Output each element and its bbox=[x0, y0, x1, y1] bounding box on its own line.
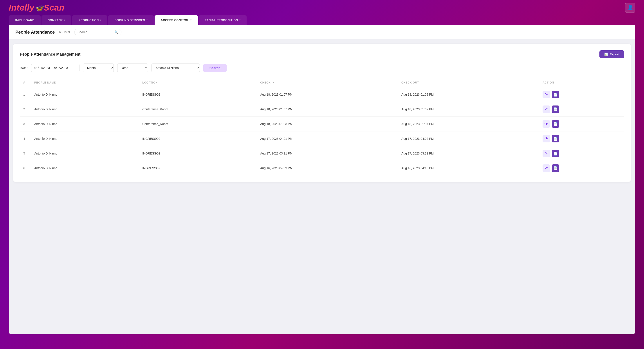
view-button[interactable]: 👁 bbox=[542, 135, 550, 142]
nav-label-dashboard: DASHBOARD bbox=[15, 19, 34, 22]
cell-action: 👁 📄 bbox=[539, 117, 624, 131]
export-label: Export bbox=[610, 53, 620, 56]
document-button[interactable]: 📄 bbox=[552, 106, 559, 113]
search-icon: 🔍 bbox=[114, 30, 118, 34]
document-icon: 📄 bbox=[553, 122, 558, 126]
cell-num: 2 bbox=[20, 102, 31, 117]
cell-checkout: Aug 17, 2023 04:02 PM bbox=[398, 131, 539, 146]
export-button[interactable]: 📊 Export bbox=[600, 50, 624, 58]
table-row: 4 Antonio Di Ninno INGRESSO2 Aug 17, 202… bbox=[20, 131, 624, 146]
action-buttons: 👁 📄 bbox=[542, 120, 621, 128]
table-row: 1 Antonio Di Ninno INGRESSO2 Aug 18, 202… bbox=[20, 87, 624, 102]
cell-location: INGRESSO2 bbox=[139, 161, 257, 176]
view-button[interactable]: 👁 bbox=[542, 120, 550, 128]
date-range-input[interactable] bbox=[31, 64, 80, 72]
header-search-input[interactable] bbox=[78, 30, 113, 34]
search-button[interactable]: Search bbox=[203, 64, 226, 72]
cell-action: 👁 📄 bbox=[539, 131, 624, 146]
nav-item-production[interactable]: PRODUCTION ▾ bbox=[72, 15, 107, 25]
month-select[interactable]: Month January February March April May J… bbox=[83, 64, 114, 72]
col-header-num: # bbox=[20, 79, 31, 87]
table-header-row: # PEOPLE NAME LOCATION CHECK IN CHECK OU… bbox=[20, 79, 624, 87]
cell-name: Antonio Di Ninno bbox=[31, 161, 139, 176]
chevron-down-icon: ▾ bbox=[190, 19, 192, 21]
attendance-table: # PEOPLE NAME LOCATION CHECK IN CHECK OU… bbox=[20, 79, 624, 175]
view-button[interactable]: 👁 bbox=[542, 150, 550, 157]
cell-action: 👁 📄 bbox=[539, 87, 624, 102]
cell-name: Antonio Di Ninno bbox=[31, 146, 139, 161]
cell-checkin: Aug 17, 2023 04:01 PM bbox=[257, 131, 398, 146]
table-head: # PEOPLE NAME LOCATION CHECK IN CHECK OU… bbox=[20, 79, 624, 87]
cell-location: INGRESSO2 bbox=[139, 131, 257, 146]
nav-item-company[interactable]: COMPANY ▾ bbox=[42, 15, 71, 25]
view-button[interactable]: 👁 bbox=[542, 91, 550, 98]
eye-icon: 👁 bbox=[544, 166, 548, 170]
card-title: People Attendance Management bbox=[20, 52, 80, 57]
cell-name: Antonio Di Ninno bbox=[31, 131, 139, 146]
document-icon: 📄 bbox=[553, 107, 558, 111]
attendance-card: People Attendance Management 📊 Export Da… bbox=[13, 44, 631, 182]
nav-item-booking-services[interactable]: BOOKING SERVICES ▾ bbox=[108, 15, 154, 25]
butterfly-icon: 🦋 bbox=[35, 5, 43, 12]
action-buttons: 👁 📄 bbox=[542, 164, 621, 172]
document-icon: 📄 bbox=[553, 166, 558, 170]
view-button[interactable]: 👁 bbox=[542, 106, 550, 113]
cell-action: 👁 📄 bbox=[539, 146, 624, 161]
col-header-action: ACTION bbox=[539, 79, 624, 87]
document-button[interactable]: 📄 bbox=[552, 91, 559, 98]
main-content: People Attendance 68 Total 🔍 People Atte… bbox=[9, 25, 635, 334]
document-button[interactable]: 📄 bbox=[552, 135, 559, 142]
chevron-down-icon: ▾ bbox=[100, 19, 102, 21]
cell-checkin: Aug 17, 2023 03:21 PM bbox=[257, 146, 398, 161]
cell-num: 6 bbox=[20, 161, 31, 176]
cell-num: 4 bbox=[20, 131, 31, 146]
document-button[interactable]: 📄 bbox=[552, 120, 559, 128]
year-select[interactable]: Year 2023 2022 2021 2020 bbox=[117, 64, 148, 72]
cell-location: INGRESSO2 bbox=[139, 146, 257, 161]
main-nav: DASHBOARD COMPANY ▾ PRODUCTION ▾ BOOKING… bbox=[0, 15, 644, 25]
nav-label-production: PRODUCTION bbox=[78, 19, 98, 22]
nav-item-access-control[interactable]: ACCESS CONTROL ▾ bbox=[154, 15, 198, 25]
nav-item-dashboard[interactable]: DASHBOARD bbox=[9, 15, 40, 25]
filters-row: Date: Month January February March April… bbox=[20, 64, 624, 72]
col-header-checkout: CHECK OUT bbox=[398, 79, 539, 87]
table-row: 3 Antonio Di Ninno Conference_Room Aug 1… bbox=[20, 117, 624, 131]
search-button-label: Search bbox=[210, 66, 220, 70]
total-count: 68 Total bbox=[59, 30, 70, 34]
cell-location: INGRESSO2 bbox=[139, 87, 257, 102]
nav-label-booking: BOOKING SERVICES bbox=[114, 19, 145, 22]
cell-checkout: Aug 17, 2023 03:22 PM bbox=[398, 146, 539, 161]
col-header-checkin: CHECK IN bbox=[257, 79, 398, 87]
person-select[interactable]: Antonio Di Ninno John Doe Jane Smith bbox=[152, 64, 200, 72]
action-buttons: 👁 📄 bbox=[542, 150, 621, 157]
page-title: People Attendance bbox=[15, 30, 55, 35]
nav-item-facial-recognition[interactable]: FACIAL RECOGNITION ▾ bbox=[199, 15, 247, 25]
cell-checkin: Aug 16, 2023 04:09 PM bbox=[257, 161, 398, 176]
user-icon: 👤 bbox=[627, 5, 633, 11]
eye-icon: 👁 bbox=[544, 151, 548, 155]
action-buttons: 👁 📄 bbox=[542, 91, 621, 98]
document-button[interactable]: 📄 bbox=[552, 150, 559, 157]
cell-checkout: Aug 16, 2023 04:10 PM bbox=[398, 161, 539, 176]
export-icon: 📊 bbox=[604, 53, 608, 56]
cell-action: 👁 📄 bbox=[539, 102, 624, 117]
table-row: 6 Antonio Di Ninno INGRESSO2 Aug 16, 202… bbox=[20, 161, 624, 176]
action-buttons: 👁 📄 bbox=[542, 135, 621, 142]
action-buttons: 👁 📄 bbox=[542, 106, 621, 113]
cell-num: 5 bbox=[20, 146, 31, 161]
eye-icon: 👁 bbox=[544, 137, 548, 141]
header: Intelly🦋Scan 👤 bbox=[0, 0, 644, 15]
cell-name: Antonio Di Ninno bbox=[31, 87, 139, 102]
view-button[interactable]: 👁 bbox=[542, 164, 550, 172]
document-button[interactable]: 📄 bbox=[552, 164, 559, 172]
cell-checkout: Aug 18, 2023 01:09 PM bbox=[398, 87, 539, 102]
cell-num: 3 bbox=[20, 117, 31, 131]
eye-icon: 👁 bbox=[544, 93, 548, 97]
cell-checkout: Aug 18, 2023 01:07 PM bbox=[398, 117, 539, 131]
chevron-down-icon: ▾ bbox=[146, 19, 148, 21]
avatar-button[interactable]: 👤 bbox=[625, 3, 635, 13]
nav-label-company: COMPANY bbox=[48, 19, 63, 22]
cell-name: Antonio Di Ninno bbox=[31, 117, 139, 131]
cell-action: 👁 📄 bbox=[539, 161, 624, 176]
document-icon: 📄 bbox=[553, 93, 558, 97]
